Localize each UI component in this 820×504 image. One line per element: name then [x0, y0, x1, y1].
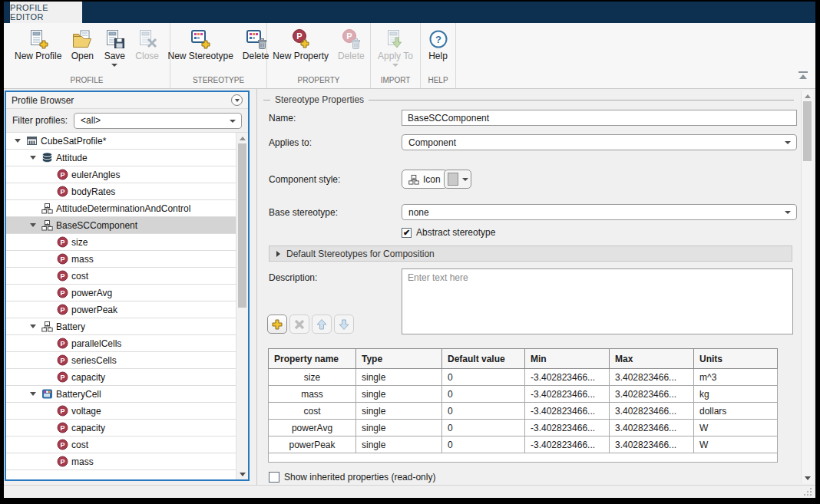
base-stereotype-dropdown[interactable]: none [402, 204, 797, 220]
column-header-units[interactable]: Units [694, 349, 778, 369]
table-cell[interactable]: m^3 [694, 369, 778, 386]
tree-item-cubesatprofile[interactable]: CubeSatProfile* [6, 133, 236, 150]
table-cell[interactable]: 0 [442, 420, 525, 436]
table-cell[interactable]: single [356, 436, 442, 453]
table-cell[interactable]: 0 [442, 386, 525, 403]
tree-item-mass[interactable]: P mass [6, 251, 236, 268]
table-cell[interactable]: 3.402823466... [610, 386, 694, 403]
resize-grip-icon[interactable] [803, 487, 812, 496]
scroll-up-icon[interactable] [236, 133, 248, 143]
tree-item-seriescells[interactable]: P seriesCells [6, 352, 236, 369]
table-cell[interactable]: 3.402823466... [610, 369, 694, 386]
collapse-ribbon-button[interactable] [797, 71, 809, 81]
scrollbar-thumb[interactable] [803, 101, 812, 161]
main-area: Profile Browser Filter profiles: <all> C… [4, 89, 815, 485]
add-property-button[interactable] [267, 315, 287, 334]
expander-icon[interactable] [12, 136, 23, 147]
tree-item-eulerangles[interactable]: P eulerAngles [6, 166, 236, 183]
table-cell[interactable]: 0 [442, 436, 525, 453]
tree-item-cost[interactable]: P cost [6, 268, 236, 285]
table-row[interactable]: costsingle0-3.402823466...3.402823466...… [269, 403, 778, 420]
scrollbar-thumb[interactable] [238, 143, 246, 308]
scroll-up-icon[interactable] [802, 91, 813, 100]
expander-icon[interactable] [28, 321, 38, 332]
tree-item-capacity[interactable]: P capacity [6, 420, 236, 436]
tree-item-cost[interactable]: P cost [6, 436, 236, 453]
default-stereotypes-section[interactable]: Default Stereotypes for Composition [269, 245, 792, 262]
table-row[interactable]: powerPeaksingle0-3.402823466...3.4028234… [269, 436, 778, 453]
table-cell[interactable]: W [694, 436, 778, 453]
table-cell[interactable]: single [356, 403, 442, 420]
table-cell[interactable]: 3.402823466... [610, 403, 694, 420]
table-cell[interactable]: -3.402823466... [525, 436, 610, 453]
expander-icon[interactable] [28, 220, 38, 231]
table-cell[interactable]: cost [269, 403, 356, 420]
table-cell[interactable]: 0 [442, 369, 525, 386]
scroll-down-icon[interactable] [802, 473, 813, 483]
open-button[interactable]: Open [67, 27, 98, 62]
expander-spacer [43, 372, 54, 383]
table-row[interactable]: sizesingle0-3.402823466...3.402823466...… [269, 369, 778, 386]
dropdown-caret-icon[interactable] [111, 64, 117, 67]
profile-icon [26, 135, 38, 147]
table-cell[interactable]: kg [694, 386, 778, 403]
show-inherited-checkbox[interactable] [269, 472, 279, 483]
table-cell[interactable]: powerAvg [269, 420, 356, 436]
table-cell[interactable]: -3.402823466... [525, 420, 610, 436]
panel-menu-button[interactable] [231, 94, 243, 106]
new-property-button[interactable]: P New Property [269, 27, 332, 62]
filter-profiles-dropdown[interactable]: <all> [74, 113, 242, 129]
tree-item-capacity[interactable]: P capacity [6, 369, 236, 386]
table-cell[interactable]: single [356, 420, 442, 436]
abstract-stereotype-checkbox[interactable]: ✔ [402, 228, 412, 238]
table-cell[interactable]: 3.402823466... [610, 436, 694, 453]
tree-item-powerpeak[interactable]: P powerPeak [6, 301, 236, 318]
expander-icon[interactable] [28, 153, 38, 163]
column-header-min[interactable]: Min [525, 349, 610, 369]
tree-item-voltage[interactable]: P voltage [6, 403, 236, 420]
table-row[interactable]: masssingle0-3.402823466...3.402823466...… [269, 386, 778, 403]
tree-item-attitude[interactable]: Attitude [6, 150, 236, 166]
help-button[interactable]: ? Help [423, 27, 454, 62]
icon-color-dropdown[interactable] [444, 170, 471, 189]
table-cell[interactable]: size [269, 369, 356, 386]
table-cell[interactable]: mass [269, 386, 356, 403]
tree-item-parallelcells[interactable]: P parallelCells [6, 335, 236, 352]
tab-profile-editor[interactable]: PROFILE EDITOR [10, 2, 82, 23]
table-cell[interactable]: dollars [694, 403, 778, 420]
table-cell[interactable]: 3.402823466... [610, 420, 694, 436]
new-stereotype-button[interactable]: New Stereotype [164, 27, 236, 62]
table-cell[interactable]: 0 [442, 403, 525, 420]
tree-scrollbar[interactable] [236, 133, 248, 479]
name-input[interactable] [402, 110, 797, 126]
table-cell[interactable]: powerPeak [269, 436, 356, 453]
table-cell[interactable]: single [356, 369, 442, 386]
expander-icon[interactable] [28, 389, 38, 400]
tree-item-size[interactable]: P size [6, 234, 236, 251]
scroll-down-icon[interactable] [236, 469, 248, 479]
tree-item-basesccomponent[interactable]: BaseSCComponent [6, 217, 236, 234]
table-cell[interactable]: -3.402823466... [525, 369, 610, 386]
panel-scrollbar[interactable] [801, 91, 813, 483]
column-header-property-name[interactable]: Property name [269, 349, 356, 369]
tree-item-batterycell[interactable]: BatteryCell [6, 386, 236, 403]
table-cell[interactable]: W [694, 420, 778, 436]
tree-item-bodyrates[interactable]: P bodyRates [6, 183, 236, 200]
table-cell[interactable]: single [356, 386, 442, 403]
description-textarea[interactable] [402, 268, 793, 334]
tree-item-poweravg[interactable]: P powerAvg [6, 285, 236, 301]
column-header-max[interactable]: Max [610, 349, 694, 369]
tree-item-attitudedeterminationandcontrol[interactable]: AttitudeDeterminationAndControl [6, 200, 236, 217]
tree-item-battery[interactable]: Battery [6, 318, 236, 335]
icon-style-button[interactable]: Icon [402, 170, 448, 189]
save-button[interactable]: Save [99, 27, 130, 68]
table-cell[interactable]: -3.402823466... [525, 403, 610, 420]
new-profile-button[interactable]: New Profile [11, 27, 65, 62]
move-up-button [312, 315, 332, 334]
tree-item-mass[interactable]: P mass [6, 453, 236, 470]
applies-to-dropdown[interactable]: Component [402, 134, 797, 150]
table-cell[interactable]: -3.402823466... [525, 386, 610, 403]
table-row[interactable]: powerAvgsingle0-3.402823466...3.40282346… [269, 420, 778, 436]
column-header-type[interactable]: Type [356, 349, 442, 369]
column-header-default-value[interactable]: Default value [442, 349, 525, 369]
